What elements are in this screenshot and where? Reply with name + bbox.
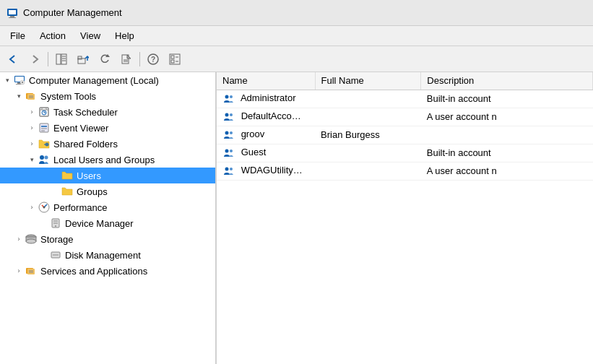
groups-icon [61,185,74,198]
cell-description [421,126,593,144]
up-button[interactable] [73,50,93,69]
tree-local-users-groups-arrow [26,152,38,168]
tree-task-scheduler-arrow [26,104,38,120]
tree-disk-management-arrow [38,247,49,263]
svg-point-55 [26,239,36,243]
menu-help[interactable]: Help [108,28,142,43]
cell-fullname: Brian Burgess [315,126,421,144]
tree-local-users-groups-label: Local Users and Groups [53,155,155,165]
svg-point-45 [40,155,44,160]
table-row[interactable]: Administrator Built-in account [217,90,593,108]
tree-shared-folders[interactable]: Shared Folders [0,136,215,152]
tree-storage[interactable]: Storage [0,231,215,247]
back-button[interactable] [3,50,23,69]
device-manager-icon [49,217,62,230]
help-button[interactable]: ? [143,50,163,69]
tree-performance[interactable]: Performance [0,199,215,215]
main-container: Computer Management (Local) System Tools [0,72,593,364]
menu-file[interactable]: File [3,28,33,43]
cell-fullname [315,162,421,180]
menu-action[interactable]: Action [33,28,73,43]
refresh-button[interactable] [95,50,115,69]
table-row[interactable]: DefaultAcco… A user account n [217,108,593,126]
tree-services-applications-label: Services and Applications [40,266,147,277]
tree-performance-arrow [26,199,38,215]
table-row[interactable]: groov Brian Burgess [217,126,593,144]
tree-shared-folders-arrow [26,136,38,152]
tree-task-scheduler[interactable]: Task Scheduler [0,104,215,120]
toolbar: ? [0,46,593,72]
tree-pane[interactable]: Computer Management (Local) System Tools [0,72,217,364]
svg-point-27 [22,82,23,83]
svg-point-63 [230,95,233,98]
table-row[interactable]: WDAGUtility… A user account n [217,162,593,180]
svg-text:?: ? [151,56,155,64]
svg-point-43 [46,143,49,147]
col-description[interactable]: Description [421,72,593,90]
col-name[interactable]: Name [217,72,315,90]
menu-view[interactable]: View [73,28,108,43]
cell-fullname [315,108,421,126]
users-table: Name Full Name Description [217,72,593,181]
cell-fullname [315,90,421,108]
user-row-icon [222,129,235,142]
tree-disk-management-label: Disk Management [65,250,141,261]
svg-rect-1 [9,10,16,14]
tree-system-tools-arrow [13,88,25,104]
cell-name: DefaultAcco… [217,108,315,126]
tree-event-viewer-arrow [26,120,38,136]
tree-storage-arrow [13,231,25,247]
svg-rect-19 [171,60,174,63]
svg-point-67 [230,131,233,134]
tree-device-manager[interactable]: Device Manager [0,215,215,231]
event-viewer-icon [38,121,51,134]
cell-description: A user account n [421,162,593,180]
forward-button[interactable] [25,50,45,69]
tree-disk-management[interactable]: Disk Management [0,247,215,263]
svg-point-48 [43,207,46,209]
tree-groups[interactable]: Groups [0,183,215,199]
tree-users[interactable]: Users [0,168,215,183]
svg-rect-29 [27,94,35,100]
show-console-tree-button[interactable] [51,50,72,69]
content-pane[interactable]: Name Full Name Description [217,72,593,364]
system-tools-icon [25,90,38,103]
shared-folders-icon [38,137,51,150]
tree-services-applications-arrow [13,263,25,279]
tree-event-viewer[interactable]: Event Viewer [0,120,215,136]
svg-rect-5 [61,54,66,64]
tree-users-arrow [49,168,61,183]
tree-root-arrow [1,72,13,88]
tree-root-label: Computer Management (Local) [29,75,159,86]
services-applications-icon [25,264,38,277]
cell-description: Built-in account [421,90,593,108]
window-title: Computer Management [23,7,122,18]
toolbar-sep-1 [48,52,48,66]
properties-button[interactable] [165,50,185,69]
users-icon [61,169,74,182]
tree-system-tools-label: System Tools [40,91,96,102]
export-button[interactable] [116,50,137,69]
cell-name: WDAGUtility… [217,162,315,180]
tree-local-users-groups[interactable]: Local Users and Groups [0,152,215,168]
cell-fullname [315,144,421,162]
svg-point-65 [230,113,233,116]
tree-root[interactable]: Computer Management (Local) [0,72,215,88]
user-row-icon [222,110,235,124]
local-users-groups-icon [38,153,51,166]
svg-point-71 [230,168,233,170]
tree-device-manager-arrow [38,215,49,231]
performance-icon [38,201,51,214]
cell-description: Built-in account [421,144,593,162]
table-row[interactable]: Guest Built-in account [217,144,593,162]
app-icon [6,6,19,20]
tree-system-tools[interactable]: System Tools [0,88,215,104]
col-fullname[interactable]: Full Name [315,72,421,90]
title-bar: Computer Management [0,0,593,26]
tree-performance-label: Performance [53,202,107,213]
cell-name: Guest [217,144,315,162]
tree-services-applications[interactable]: Services and Applications [0,263,215,279]
svg-point-70 [225,167,229,170]
svg-point-69 [230,150,233,152]
storage-icon [25,233,38,246]
